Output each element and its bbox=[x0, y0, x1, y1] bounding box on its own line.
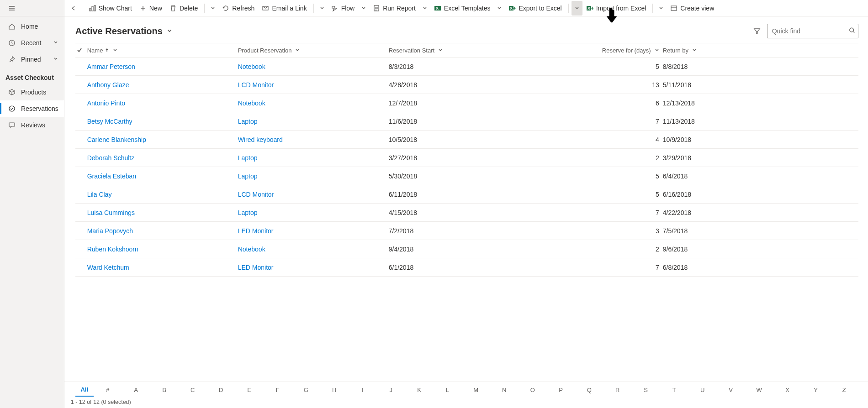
new-button[interactable]: New bbox=[136, 1, 166, 16]
alpha-e[interactable]: E bbox=[235, 384, 264, 396]
row-name-link[interactable]: Antonio Pinto bbox=[87, 99, 238, 107]
row-name-link[interactable]: Carlene Blankenship bbox=[87, 136, 238, 143]
alpha-t[interactable]: T bbox=[660, 384, 688, 396]
refresh-button[interactable]: Refresh bbox=[218, 1, 258, 16]
back-button[interactable] bbox=[68, 1, 79, 16]
row-product-link[interactable]: LCD Monitor bbox=[238, 81, 389, 89]
alpha-all[interactable]: All bbox=[75, 383, 94, 397]
alpha-c[interactable]: C bbox=[179, 384, 207, 396]
column-start[interactable]: Reservation Start bbox=[389, 47, 535, 54]
nav-reviews[interactable]: Reviews bbox=[0, 117, 64, 133]
row-product-link[interactable]: Laptop bbox=[238, 209, 389, 216]
import-excel-button[interactable]: X Import from Excel bbox=[582, 1, 650, 16]
export-excel-dropdown[interactable] bbox=[572, 1, 582, 16]
run-report-dropdown[interactable] bbox=[419, 1, 430, 16]
alpha-l[interactable]: L bbox=[434, 384, 462, 396]
table-row[interactable]: Antonio PintoNotebook12/7/2018612/13/201… bbox=[75, 94, 858, 112]
table-row[interactable]: Luisa CummingsLaptop4/15/201874/22/2018 bbox=[75, 204, 858, 222]
create-view-button[interactable]: Create view bbox=[667, 1, 718, 16]
row-name-link[interactable]: Deborah Schultz bbox=[87, 154, 238, 162]
alpha-j[interactable]: J bbox=[377, 384, 405, 396]
run-report-button[interactable]: Run Report bbox=[369, 1, 419, 16]
alpha-#[interactable]: # bbox=[94, 384, 122, 396]
column-days[interactable]: Reserve for (days) bbox=[535, 47, 663, 54]
alpha-s[interactable]: S bbox=[632, 384, 660, 396]
row-name-link[interactable]: Ward Ketchum bbox=[87, 264, 238, 271]
row-name-link[interactable]: Anthony Glaze bbox=[87, 81, 238, 89]
delete-button[interactable]: Delete bbox=[166, 1, 201, 16]
email-link-button[interactable]: Email a Link bbox=[258, 1, 310, 16]
alpha-w[interactable]: W bbox=[745, 384, 773, 396]
alpha-u[interactable]: U bbox=[688, 384, 717, 396]
quick-find[interactable] bbox=[767, 24, 858, 38]
row-product-link[interactable]: Laptop bbox=[238, 154, 389, 162]
table-row[interactable]: Maria PopovychLED Monitor7/2/201837/5/20… bbox=[75, 222, 858, 240]
column-return[interactable]: Return by bbox=[663, 47, 814, 54]
flow-button[interactable]: Flow bbox=[328, 1, 359, 16]
row-product-link[interactable]: LED Monitor bbox=[238, 264, 389, 271]
alpha-k[interactable]: K bbox=[405, 384, 434, 396]
table-row[interactable]: Ammar PetersonNotebook8/3/201858/8/2018 bbox=[75, 58, 858, 76]
table-row[interactable]: Lila ClayLCD Monitor6/11/201856/16/2018 bbox=[75, 185, 858, 204]
table-row[interactable]: Ruben KokshoornNotebook9/4/201829/6/2018 bbox=[75, 240, 858, 258]
filter-button[interactable] bbox=[752, 26, 762, 37]
alpha-f[interactable]: F bbox=[264, 384, 292, 396]
row-name-link[interactable]: Lila Clay bbox=[87, 191, 238, 198]
alpha-m[interactable]: M bbox=[462, 384, 490, 396]
table-row[interactable]: Betsy McCarthyLaptop11/6/2018711/13/2018 bbox=[75, 112, 858, 131]
alpha-i[interactable]: I bbox=[349, 384, 377, 396]
alpha-v[interactable]: V bbox=[717, 384, 745, 396]
export-excel-button[interactable]: X Export to Excel bbox=[505, 1, 565, 16]
nav-recent[interactable]: Recent bbox=[0, 35, 64, 51]
row-product-link[interactable]: Laptop bbox=[238, 173, 389, 180]
nav-home[interactable]: Home bbox=[0, 18, 64, 35]
row-product-link[interactable]: Notebook bbox=[238, 246, 389, 253]
excel-templates-button[interactable]: X Excel Templates bbox=[430, 1, 494, 16]
alpha-g[interactable]: G bbox=[292, 384, 320, 396]
delete-dropdown[interactable] bbox=[207, 1, 218, 16]
nav-products[interactable]: Products bbox=[0, 84, 64, 100]
view-selector[interactable]: Active Reservations bbox=[75, 26, 173, 37]
select-all-checkbox[interactable] bbox=[75, 47, 87, 53]
import-excel-dropdown[interactable] bbox=[656, 1, 667, 16]
alpha-h[interactable]: H bbox=[320, 384, 349, 396]
excel-templates-dropdown[interactable] bbox=[494, 1, 505, 16]
alpha-z[interactable]: Z bbox=[830, 384, 858, 396]
table-row[interactable]: Carlene BlankenshipWired keyboard10/5/20… bbox=[75, 131, 858, 149]
row-product-link[interactable]: Laptop bbox=[238, 118, 389, 125]
alpha-y[interactable]: Y bbox=[802, 384, 830, 396]
email-link-dropdown[interactable] bbox=[317, 1, 328, 16]
row-product-link[interactable]: Notebook bbox=[238, 63, 389, 70]
row-product-link[interactable]: Wired keyboard bbox=[238, 136, 389, 143]
alpha-x[interactable]: X bbox=[773, 384, 802, 396]
flow-dropdown[interactable] bbox=[358, 1, 369, 16]
alpha-d[interactable]: D bbox=[207, 384, 235, 396]
table-row[interactable]: Ward KetchumLED Monitor6/1/201876/8/2018 bbox=[75, 258, 858, 277]
alpha-n[interactable]: N bbox=[490, 384, 519, 396]
row-name-link[interactable]: Betsy McCarthy bbox=[87, 118, 238, 125]
table-row[interactable]: Deborah SchultzLaptop3/27/201823/29/2018 bbox=[75, 149, 858, 167]
row-product-link[interactable]: Notebook bbox=[238, 99, 389, 107]
alpha-a[interactable]: A bbox=[122, 384, 150, 396]
alpha-b[interactable]: B bbox=[150, 384, 179, 396]
alpha-r[interactable]: R bbox=[603, 384, 632, 396]
row-name-link[interactable]: Ruben Kokshoorn bbox=[87, 246, 238, 253]
row-name-link[interactable]: Graciela Esteban bbox=[87, 173, 238, 180]
nav-pinned[interactable]: Pinned bbox=[0, 51, 64, 68]
row-product-link[interactable]: LED Monitor bbox=[238, 227, 389, 235]
alpha-p[interactable]: P bbox=[547, 384, 575, 396]
alpha-o[interactable]: O bbox=[519, 384, 547, 396]
row-product-link[interactable]: LCD Monitor bbox=[238, 191, 389, 198]
alpha-q[interactable]: Q bbox=[575, 384, 603, 396]
table-row[interactable]: Anthony GlazeLCD Monitor4/28/2018135/11/… bbox=[75, 76, 858, 94]
table-row[interactable]: Graciela EstebanLaptop5/30/201856/4/2018 bbox=[75, 167, 858, 185]
grid-body[interactable]: Ammar PetersonNotebook8/3/201858/8/2018A… bbox=[75, 58, 858, 382]
row-name-link[interactable]: Luisa Cummings bbox=[87, 209, 238, 216]
column-product[interactable]: Product Reservation bbox=[238, 47, 389, 54]
nav-reservations[interactable]: Reservations bbox=[0, 100, 64, 117]
hamburger-button[interactable] bbox=[0, 0, 64, 16]
show-chart-button[interactable]: Show Chart bbox=[85, 1, 136, 16]
row-name-link[interactable]: Ammar Peterson bbox=[87, 63, 238, 70]
column-name[interactable]: Name bbox=[87, 47, 238, 54]
row-name-link[interactable]: Maria Popovych bbox=[87, 227, 238, 235]
